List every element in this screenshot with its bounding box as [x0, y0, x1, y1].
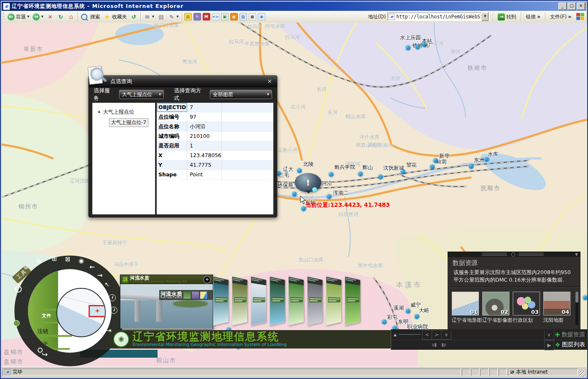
carousel-side-card[interactable]: [288, 276, 304, 326]
info-balloon-marker[interactable]: !: [295, 173, 321, 192]
attribute-row[interactable]: 点位编号97: [157, 112, 273, 122]
book-icon[interactable]: ▥: [239, 13, 247, 20]
dialog-titlebar[interactable]: 点选查询 ×: [89, 76, 277, 87]
service-select[interactable]: 大气上报点位▼: [119, 90, 164, 99]
links-button[interactable]: 链接»: [524, 13, 542, 21]
data-resource-item[interactable]: 01辽宁省地形图: [452, 292, 479, 324]
slider-knob-top[interactable]: [15, 286, 22, 293]
ball-icon[interactable]: ●: [230, 13, 238, 20]
qr-grid-icon[interactable]: ▦: [249, 13, 256, 20]
resource-label: 沈阳地图: [543, 317, 570, 324]
select-cursor-icon[interactable]: ↖: [104, 281, 110, 288]
layer-list-button[interactable]: ❖ 图层列表: [555, 341, 585, 348]
back-button[interactable]: ← 后退▼: [6, 13, 31, 21]
attribute-row[interactable]: OBJECTID7: [157, 103, 273, 112]
tree-expander-icon[interactable]: ▶: [97, 110, 102, 114]
add-icon[interactable]: +: [203, 276, 211, 284]
minimap-extent-box[interactable]: +: [89, 305, 106, 317]
selected-point-marker[interactable]: [312, 187, 317, 192]
slider-knob-end[interactable]: [38, 348, 43, 353]
favorites-button[interactable]: ★ 收藏夹: [102, 13, 129, 21]
mail-button[interactable]: ✉▼: [142, 13, 156, 21]
panel-drag-handle[interactable]: ▼: [448, 252, 580, 257]
carousel-prev-button[interactable]: <: [422, 330, 432, 340]
maximize-button[interactable]: □: [568, 3, 576, 10]
print-button[interactable]: ▤: [156, 13, 166, 21]
identify-icon[interactable]: i: [109, 294, 116, 301]
tree-root-node[interactable]: ▶ 大气上报点位: [92, 109, 155, 116]
forward-button[interactable]: → ▼: [31, 13, 45, 21]
address-input[interactable]: e http://localhost/LnPemGisWebSite/Defau…: [387, 13, 490, 21]
tree-child-node[interactable]: 大气上报点位-7: [109, 118, 148, 127]
data-resource-item[interactable]: 04沈阳地图: [543, 292, 570, 324]
carousel-slider-icon[interactable]: ▲: [394, 333, 397, 337]
globe-icon[interactable]: ◉: [79, 257, 84, 265]
resize-grip[interactable]: [580, 371, 585, 377]
stop-button[interactable]: ✕: [45, 13, 56, 21]
poi-label: 东洲: [474, 157, 484, 164]
carousel-side-card[interactable]: [213, 276, 229, 326]
data-resource-item[interactable]: 03行政区划: [513, 292, 540, 324]
forward-icon: →: [33, 13, 40, 20]
carousel-side-card[interactable]: [232, 276, 247, 326]
media-icon[interactable]: ▣: [221, 13, 229, 20]
full-extent-icon[interactable]: ⊞: [52, 255, 57, 262]
data-resource-item[interactable]: 02辽宁省影像图: [482, 292, 509, 324]
carousel-main-card[interactable]: 环境监测 河流水质 Liaoning Environmental Monitor…: [120, 275, 213, 329]
exit-icon[interactable]: ↪: [42, 350, 48, 359]
forward-dropdown-icon[interactable]: ▼: [41, 15, 43, 18]
attribute-row[interactable]: 是否启用1: [157, 141, 273, 151]
slider-knob-green[interactable]: [13, 320, 20, 326]
close-button[interactable]: ×: [577, 3, 585, 10]
history-button[interactable]: ↺: [129, 13, 139, 21]
attribute-row[interactable]: 城市编码210100: [157, 132, 273, 141]
globe-icon[interactable]: ◉: [258, 13, 265, 20]
expand-icon[interactable]: ⊠: [65, 255, 71, 263]
zoom-in-icon[interactable]: ⊕: [23, 263, 29, 271]
attribute-row[interactable]: ShapePoint: [157, 170, 273, 180]
panel-scrollbar[interactable]: [575, 292, 578, 325]
minimize-button[interactable]: _: [558, 3, 567, 10]
layer-list-expand-button[interactable]: ▶: [544, 341, 554, 350]
address-dropdown-icon[interactable]: ▼: [481, 13, 489, 21]
shift-right-icon[interactable]: ⇉: [430, 341, 439, 349]
ring-menu-item[interactable]: 注销: [37, 328, 48, 335]
carousel-side-card[interactable]: [307, 276, 323, 326]
search-button[interactable]: 搜索: [79, 13, 102, 21]
file-menu-button[interactable]: 文件(F)»: [548, 13, 573, 21]
pan-right-icon[interactable]: →: [97, 272, 103, 279]
carousel-side-card[interactable]: [326, 276, 341, 326]
home-button[interactable]: ⌂: [66, 13, 76, 21]
data-resources-button[interactable]: ✚ 数据资源: [555, 331, 585, 338]
refresh-button[interactable]: ↻: [56, 13, 66, 21]
pan-left-icon[interactable]: ←: [89, 263, 95, 271]
notes-icon[interactable]: ▤: [184, 13, 192, 20]
attribute-row[interactable]: 点位名称小河沿: [157, 122, 273, 132]
dialog-close-icon[interactable]: ×: [266, 78, 273, 84]
code-icon[interactable]: <>: [212, 13, 219, 20]
back-dropdown-icon[interactable]: ▼: [27, 15, 29, 18]
overview-minimap[interactable]: +: [56, 288, 106, 337]
m-messenger-icon[interactable]: M: [203, 13, 210, 20]
edit-button[interactable]: ✎▼: [166, 13, 180, 21]
carousel-next-button[interactable]: >: [432, 330, 442, 340]
toolbar-grip[interactable]: [3, 13, 5, 21]
carousel-side-card[interactable]: [251, 276, 266, 326]
go-button[interactable]: → 转到: [496, 13, 518, 21]
city-label: 盘锦市: [4, 348, 24, 356]
query-mode-select[interactable]: 全部图层▼: [210, 90, 272, 99]
carousel-side-card[interactable]: [345, 276, 360, 326]
pen-icon[interactable]: ✎: [193, 13, 201, 20]
map-viewport[interactable]: 阜新市铁岭市抚顺市锦州市本溪市盘锦市盘锦市鞍山市獾子河水库拉马河尚屯水库拉马河拉…: [2, 23, 588, 369]
next-icon[interactable]: ⇥: [106, 327, 112, 334]
zoom-out-icon[interactable]: ⊖: [36, 257, 41, 265]
attribute-row[interactable]: X123.478056: [157, 151, 273, 160]
poi-label: 水上乐园: [400, 34, 421, 41]
attribute-row[interactable]: Y41.7775: [157, 160, 273, 170]
carousel-collapse-button[interactable]: ∨: [441, 330, 451, 340]
shift-left-icon[interactable]: ⇇: [439, 341, 448, 349]
info-icon[interactable]: i: [110, 307, 117, 314]
data-panel-collapse-button[interactable]: ∨: [544, 330, 554, 340]
carousel-side-card[interactable]: [270, 276, 285, 326]
panel-collapse-icon[interactable]: ▼: [575, 252, 578, 257]
